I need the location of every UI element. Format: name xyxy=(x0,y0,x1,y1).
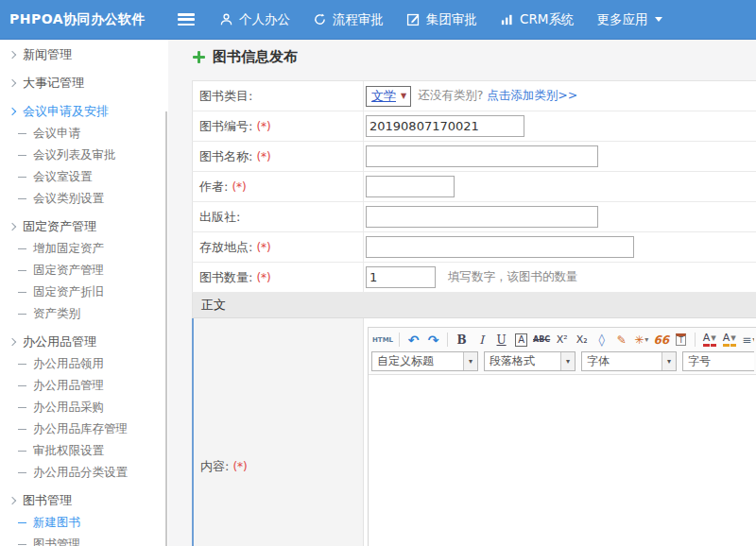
sidebar-subitem[interactable]: 固定资产折旧 xyxy=(0,282,168,303)
sidebar-subitem[interactable]: 会议申请 xyxy=(0,123,168,145)
italic-icon[interactable]: I xyxy=(472,332,490,349)
group-separator xyxy=(0,66,168,68)
sidebar-subitem[interactable]: 会议室设置 xyxy=(0,166,168,188)
location-label: 存放地点: xyxy=(199,239,252,256)
book-publish-form: 图书类目: 文学 ▼ 还没有类别? 点击添加类别>> 图书编号: (*) xyxy=(192,80,756,546)
font-family-select[interactable]: 字体▾ xyxy=(581,351,677,371)
dash-icon xyxy=(18,155,26,156)
undo-icon[interactable]: ↶ xyxy=(404,332,422,349)
ordered-list-icon[interactable]: ≡▾ xyxy=(740,332,754,349)
publisher-label: 出版社: xyxy=(199,209,240,226)
sidebar-group-label: 新闻管理 xyxy=(23,46,72,63)
paragraph-select-label: 段落格式 xyxy=(485,353,560,369)
underline-icon[interactable]: U xyxy=(492,332,510,349)
book-number-input[interactable] xyxy=(366,115,524,137)
required-mark: (*) xyxy=(256,241,270,254)
char-border-icon[interactable]: A xyxy=(512,332,530,349)
sidebar-subitem[interactable]: 图书管理 xyxy=(0,534,168,546)
nav-item-label: 流程审批 xyxy=(333,11,384,28)
top-nav-items: 个人办公流程审批集团审批CRM系统更多应用 xyxy=(219,11,662,28)
highlight-color-icon[interactable]: A▾ xyxy=(720,332,738,349)
author-input[interactable] xyxy=(366,176,455,197)
sidebar-subitem[interactable]: 资产类别 xyxy=(0,303,168,325)
nav-process-approval[interactable]: 流程审批 xyxy=(313,11,384,28)
sidebar-subitem[interactable]: 会议类别设置 xyxy=(0,188,168,210)
nav-item-label: 更多应用 xyxy=(596,11,647,28)
style-select-label: 自定义标题 xyxy=(372,353,463,369)
sidebar-subitem[interactable]: 会议列表及审批 xyxy=(0,145,168,166)
nav-more-apps[interactable]: 更多应用 xyxy=(596,11,662,28)
redo-icon[interactable]: ↷ xyxy=(424,332,442,349)
font-color-icon[interactable]: A▾ xyxy=(700,332,718,349)
paste-icon[interactable]: T xyxy=(672,332,690,349)
content-label: 内容: xyxy=(200,458,229,475)
sidebar-subitem[interactable]: 办公用品采购 xyxy=(0,397,168,418)
dash-icon xyxy=(18,133,26,134)
sidebar-subitem[interactable]: 办公用品领用 xyxy=(0,353,168,375)
caret-down-icon: ▾ xyxy=(752,335,754,344)
bold-icon[interactable]: B xyxy=(453,332,471,349)
required-mark: (*) xyxy=(232,460,247,473)
sidebar-subitem-label: 新建图书 xyxy=(33,515,80,531)
paragraph-select[interactable]: 段落格式▾ xyxy=(484,351,576,371)
dash-icon xyxy=(18,385,26,386)
edit-icon xyxy=(406,12,421,26)
sidebar-subitem[interactable]: 固定资产管理 xyxy=(0,260,168,282)
sidebar-subitem-label: 资产类别 xyxy=(33,306,80,322)
sidebar-subitem[interactable]: 办公用品管理 xyxy=(0,375,168,397)
strikethrough-icon[interactable]: ABC xyxy=(532,332,551,349)
style-select[interactable]: 自定义标题▾ xyxy=(371,351,478,371)
menu-toggle-icon[interactable] xyxy=(178,13,195,26)
publisher-input[interactable] xyxy=(366,206,598,228)
group-separator xyxy=(0,325,168,327)
form-row-content: 内容: (*) HTML↶↷BIUAABCX²X₂◊✎✳▾66TA▾A▾≡▾≡▾… xyxy=(192,318,756,546)
subscript-icon[interactable]: X₂ xyxy=(573,332,591,349)
superscript-icon[interactable]: X² xyxy=(553,332,571,349)
form-row-book-number: 图书编号: (*) xyxy=(192,111,756,142)
sidebar-group-item[interactable]: 固定资产管理 xyxy=(0,215,168,238)
sidebar-subitem-label: 办公用品管理 xyxy=(33,378,104,394)
sidebar-group-item[interactable]: 办公用品管理 xyxy=(0,331,168,353)
chevron-right-icon xyxy=(9,51,16,59)
sidebar-subitem[interactable]: 新建图书 xyxy=(0,512,168,534)
sidebar-subitem-label: 办公用品库存管理 xyxy=(33,421,128,437)
sidebar-group-item[interactable]: 大事记管理 xyxy=(0,72,168,94)
font-size-select[interactable]: 字号▾ xyxy=(682,351,754,371)
required-mark: (*) xyxy=(232,180,246,194)
sidebar-subitem[interactable]: 办公用品库存管理 xyxy=(0,418,168,440)
toolbar-separator xyxy=(399,333,400,347)
add-category-link[interactable]: 点击添加类别>> xyxy=(487,88,577,104)
group-separator xyxy=(0,484,168,486)
sidebar-subitem[interactable]: 办公用品分类设置 xyxy=(0,462,168,484)
sidebar-subitem-label: 办公用品采购 xyxy=(33,400,104,416)
sidebar-group-item[interactable]: 会议申请及安排 xyxy=(0,100,168,123)
font-size-select-label: 字号 xyxy=(683,353,754,369)
sidebar-scrollbar[interactable] xyxy=(165,111,167,546)
book-name-input[interactable] xyxy=(366,145,598,167)
caret-down-icon: ▾ xyxy=(644,335,648,344)
eraser-icon[interactable]: ◊ xyxy=(593,332,610,349)
quantity-input[interactable] xyxy=(366,266,436,288)
sidebar-group-item[interactable]: 图书管理 xyxy=(0,489,168,512)
nav-crm-system[interactable]: CRM系统 xyxy=(500,11,574,28)
nav-personal-office[interactable]: 个人办公 xyxy=(219,11,290,28)
sidebar-group-item[interactable]: 新闻管理 xyxy=(0,43,168,66)
sidebar-subitem-label: 办公用品分类设置 xyxy=(33,465,128,481)
sidebar-group-label: 图书管理 xyxy=(23,492,72,509)
sidebar-subitem-label: 图书管理 xyxy=(33,537,80,546)
editor-content-area[interactable] xyxy=(369,375,756,546)
source-code-icon[interactable]: HTML xyxy=(371,332,394,349)
sidebar-subitem[interactable]: 审批权限设置 xyxy=(0,440,168,462)
format-brush-icon[interactable]: ✎ xyxy=(612,332,630,349)
category-select[interactable]: 文学 ▼ xyxy=(366,86,411,107)
sidebar-menu: 新闻管理大事记管理会议申请及安排会议申请会议列表及审批会议室设置会议类别设置固定… xyxy=(0,40,168,546)
location-input[interactable] xyxy=(366,236,634,258)
sidebar-subitem[interactable]: 增加固定资产 xyxy=(0,238,168,260)
chevron-right-icon xyxy=(9,79,16,87)
nav-group-approval[interactable]: 集团审批 xyxy=(406,11,477,28)
blockquote-icon[interactable]: 66 xyxy=(652,332,670,349)
required-mark: (*) xyxy=(256,120,270,133)
required-mark: (*) xyxy=(256,150,270,163)
caret-down-icon: ▾ xyxy=(560,352,575,370)
autotypeset-icon[interactable]: ✳▾ xyxy=(632,332,650,349)
